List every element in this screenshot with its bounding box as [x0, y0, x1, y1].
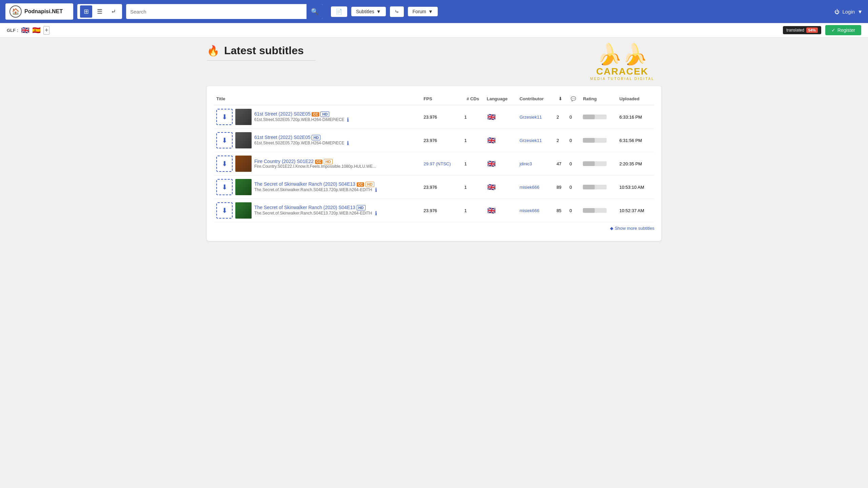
contributor-cell: jdinic3 [517, 152, 554, 176]
hd-badge: HD [357, 205, 366, 210]
rating-bar [583, 208, 607, 213]
brand-box[interactable]: 🏠 Podnapisi.NET [5, 3, 73, 20]
login-button[interactable]: ⏻ Login ▼ [834, 9, 863, 15]
brand-name: Podnapisi.NET [24, 8, 63, 15]
forum-menu-button[interactable]: Forum ▼ [408, 7, 438, 16]
rating-bar [583, 161, 607, 166]
uploaded-cell: 6:33:16 PM [617, 105, 654, 129]
info-icon[interactable]: ℹ [375, 210, 377, 217]
subtitles-doc-button[interactable]: 📄 [331, 6, 347, 17]
title-text: 61st Street (2022) S02E05 HD [254, 135, 349, 140]
show-more-button[interactable]: ◆ Show more subtitles [214, 222, 654, 234]
title-info: 61st Street (2022) S02E05 HD 61st.Street… [254, 135, 349, 146]
col-header-title: Title [214, 93, 421, 105]
caracek-brand-name: CARACEK [590, 66, 654, 77]
contributor-link[interactable]: jdinic3 [519, 161, 532, 166]
register-button[interactable]: ✓ Register [825, 25, 861, 35]
download-icon[interactable]: ⬇ [216, 202, 233, 219]
col-header-rating: Rating [580, 93, 616, 105]
downloads-cell: 2 [554, 129, 567, 152]
es-flag[interactable]: 🇪🇸 [32, 26, 41, 34]
subtitle-filename: The.Secret.of.Skinwalker.Ranch.S04E13.72… [254, 187, 377, 193]
language-flag: 🇬🇧 [487, 161, 496, 167]
uploaded-cell: 10:52:37 AM [617, 199, 654, 222]
title-link[interactable]: Fire Country (2022) S01E22 [254, 159, 314, 164]
language-cell: 🇬🇧 [484, 176, 517, 199]
rating-cell [580, 105, 616, 129]
download-icon[interactable]: ⬇ [216, 109, 233, 125]
title-info: The Secret of Skinwalker Ranch (2020) S0… [254, 205, 377, 217]
checkmark-icon: ✓ [831, 27, 835, 33]
fps-cell: 23.976 [421, 105, 461, 129]
download-icon[interactable]: ⬇ [216, 156, 233, 172]
caracek-logo: 🍌🍌 CARACEK MEDIA TUTORIAL DIGITAL [590, 44, 661, 81]
title-cell: ⬇ 61st Street (2022) S02E05 HD 61st.Stre… [214, 129, 421, 152]
info-icon[interactable]: ℹ [347, 140, 349, 146]
contributor-cell: Grzesiek11 [517, 105, 554, 129]
grid-view-button[interactable]: ⊞ [80, 5, 92, 18]
contributor-link[interactable]: Grzesiek11 [519, 115, 542, 120]
title-link[interactable]: 61st Street (2022) S02E05 [254, 135, 311, 140]
title-text: Fire Country (2022) S01E22 CC HD [254, 159, 376, 164]
diamond-icon: ◆ [610, 226, 613, 231]
contributor-link[interactable]: misiek666 [519, 208, 539, 213]
share-icon: ⤷ [395, 8, 399, 15]
subtitle-filename: 61st.Street.S02E05.720p.WEB.H264-DiMEPiE… [254, 117, 349, 123]
home-icon: 🏠 [9, 5, 22, 18]
col-header-language: Language [484, 93, 517, 105]
title-cell: ⬇ The Secret of Skinwalker Ranch (2020) … [214, 199, 421, 222]
title-link[interactable]: The Secret of Skinwalker Ranch (2020) S0… [254, 181, 355, 187]
translated-label: translated [786, 28, 804, 33]
share-button[interactable]: ⤶ [107, 5, 119, 18]
rating-cell [580, 176, 616, 199]
thumbnail [235, 156, 252, 172]
uk-flag[interactable]: 🇬🇧 [21, 26, 29, 34]
glf-row: GLF : 🇬🇧 🇪🇸 + [7, 26, 50, 35]
page-header: 🔥 Latest subtitles 🍌🍌 CARACEK MEDIA TUTO… [207, 44, 661, 81]
uploaded-cell: 10:53:10 AM [617, 176, 654, 199]
caracek-tagline: MEDIA TUTORIAL DIGITAL [590, 77, 654, 81]
hd-badge: HD [312, 135, 320, 140]
nav-tools: ⊞ ☰ ⤶ [77, 4, 122, 19]
nav-right: 📄 Subtitles ▼ ⤷ Forum ▼ [331, 6, 438, 17]
title-link[interactable]: The Secret of Skinwalker Ranch (2020) S0… [254, 205, 355, 210]
download-icon[interactable]: ⬇ [216, 179, 233, 195]
forum-label: Forum [413, 9, 426, 14]
table-header: Title FPS # CDs Language Contributor ⬇ 💬… [214, 93, 654, 105]
download-icon[interactable]: ⬇ [216, 132, 233, 148]
col-header-contributor: Contributor [517, 93, 554, 105]
subtitles-menu-button[interactable]: Subtitles ▼ [351, 7, 386, 16]
add-language-button[interactable]: + [43, 26, 50, 35]
rating-fill [583, 115, 595, 119]
comments-cell: 0 [567, 152, 580, 176]
contributor-link[interactable]: Grzesiek11 [519, 138, 542, 143]
title-link[interactable]: 61st Street (2022) S02E05 [254, 111, 311, 117]
title-info: 61st Street (2022) S02E05 CC HD 61st.Str… [254, 111, 349, 123]
translated-badge: translated 54% [783, 26, 821, 34]
subtitle-filename: Fire.Country.S01E22.I.Know.It.Feels.Impo… [254, 164, 376, 169]
main-content: 🔥 Latest subtitles 🍌🍌 CARACEK MEDIA TUTO… [197, 38, 671, 248]
rating-fill [583, 208, 595, 213]
thumbnail [235, 109, 252, 125]
fps-link[interactable]: 29.97 (NTSC) [423, 161, 451, 166]
contributor-link[interactable]: misiek666 [519, 185, 539, 190]
search-submit-button[interactable]: 🔍 [307, 4, 323, 19]
forum-chevron-icon: ▼ [428, 9, 433, 14]
info-icon[interactable]: ℹ [375, 187, 377, 193]
cds-cell: 1 [461, 152, 484, 176]
list-view-button[interactable]: ☰ [94, 5, 106, 18]
language-flag: 🇬🇧 [487, 114, 496, 120]
rating-fill [583, 161, 595, 166]
cds-cell: 1 [461, 176, 484, 199]
table-row: ⬇ 61st Street (2022) S02E05 HD 61st.Stre… [214, 129, 654, 152]
cc-badge: CC [357, 182, 364, 187]
comments-cell: 0 [567, 176, 580, 199]
share-icon-button[interactable]: ⤷ [390, 6, 404, 17]
thumbnail [235, 132, 252, 148]
power-icon: ⏻ [834, 9, 840, 15]
uploaded-cell: 6:31:56 PM [617, 129, 654, 152]
downloads-cell: 89 [554, 176, 567, 199]
search-input[interactable] [126, 9, 307, 15]
info-icon[interactable]: ℹ [347, 117, 349, 123]
cds-cell: 1 [461, 129, 484, 152]
